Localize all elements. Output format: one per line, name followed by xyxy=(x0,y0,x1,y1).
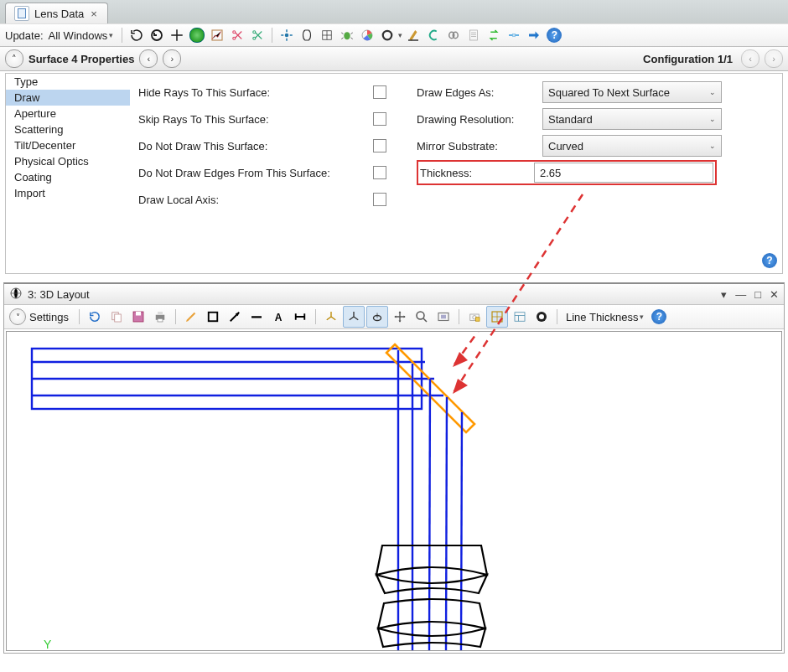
rotate-view-icon[interactable] xyxy=(366,306,388,328)
text-a-icon[interactable]: A xyxy=(268,307,288,327)
layout-toolbar: ˅ Settings A xyxy=(4,305,784,329)
curve-c-icon[interactable] xyxy=(424,26,443,44)
document-lines-icon[interactable] xyxy=(464,26,483,44)
close-icon[interactable]: ✕ xyxy=(770,288,779,301)
thickness-input[interactable]: 2.65 xyxy=(534,163,713,183)
separator xyxy=(122,28,122,43)
sidebar-item-type[interactable]: Type xyxy=(6,74,130,90)
line-icon[interactable] xyxy=(246,307,267,327)
close-icon[interactable]: × xyxy=(89,8,99,20)
separator xyxy=(315,309,316,324)
separator xyxy=(557,309,557,324)
sidebar-item-tilt-decenter[interactable]: Tilt/Decenter xyxy=(6,137,130,153)
layout-config-icon[interactable] xyxy=(510,307,530,327)
separator xyxy=(79,309,80,324)
scissors-alt-icon[interactable] xyxy=(248,26,267,44)
drawing-resolution-dropdown[interactable]: Standard ⌄ xyxy=(542,108,722,130)
refresh-cw-icon[interactable] xyxy=(127,26,146,44)
prev-config-button[interactable]: ‹ xyxy=(741,49,759,68)
print-icon[interactable] xyxy=(150,307,170,327)
tab-lens-data[interactable]: Lens Data × xyxy=(5,3,108,23)
lens-profile-icon[interactable] xyxy=(298,26,316,44)
minimize-icon[interactable]: — xyxy=(735,288,746,301)
crosshair-icon[interactable] xyxy=(168,26,186,44)
dimension-icon[interactable] xyxy=(290,307,310,327)
zoom-icon[interactable] xyxy=(412,307,432,327)
link-icon[interactable] xyxy=(444,26,463,44)
refresh-ccw-bold-icon[interactable] xyxy=(148,26,166,44)
sidebar-item-physical-optics[interactable]: Physical Optics xyxy=(6,153,130,169)
update-dropdown[interactable]: All Windows ▾ xyxy=(49,29,117,42)
swap-icon[interactable] xyxy=(485,26,503,44)
settings-dropdown[interactable]: ˅ Settings xyxy=(9,308,74,325)
window-icon xyxy=(9,287,23,302)
annotation-arrow xyxy=(453,332,560,367)
sidebar-item-coating[interactable]: Coating xyxy=(6,169,130,185)
draw-local-axis-label: Draw Local Axis: xyxy=(138,194,365,206)
fit-screen-icon[interactable] xyxy=(433,307,454,327)
square-icon[interactable] xyxy=(203,307,223,327)
do-not-draw-surface-checkbox[interactable] xyxy=(373,139,386,152)
arrow-right-icon[interactable] xyxy=(525,26,543,44)
skip-rays-label: Skip Rays To This Surface: xyxy=(138,113,365,126)
next-surface-button[interactable]: › xyxy=(163,49,181,68)
axes-3d-icon[interactable] xyxy=(321,307,341,327)
sidebar-item-scattering[interactable]: Scattering xyxy=(6,121,130,137)
svg-text:A: A xyxy=(275,312,283,323)
svg-point-4 xyxy=(253,37,256,39)
help-icon[interactable]: ? xyxy=(649,307,669,327)
sidebar-item-aperture[interactable]: Aperture xyxy=(6,106,130,121)
next-config-button[interactable]: › xyxy=(765,49,783,68)
prev-surface-button[interactable]: ‹ xyxy=(139,49,158,68)
copy-icon[interactable] xyxy=(106,307,127,327)
update-value: All Windows xyxy=(49,29,108,42)
properties-body: Hide Rays To This Surface: Draw Edges As… xyxy=(130,74,782,273)
dropdown-arrow-icon[interactable]: ▾ xyxy=(721,288,727,301)
color-wheel-icon[interactable] xyxy=(358,26,376,44)
help-icon[interactable]: ? xyxy=(545,26,563,44)
save-icon[interactable] xyxy=(128,307,148,327)
chevron-down-icon: ˅ xyxy=(9,308,26,325)
sidebar-item-import[interactable]: Import xyxy=(6,185,130,201)
layout-canvas[interactable]: Y xyxy=(6,331,782,651)
target-dot-icon[interactable] xyxy=(277,26,296,44)
chevron-down-icon[interactable]: ▾ xyxy=(398,31,402,39)
pencil-icon[interactable] xyxy=(181,307,201,327)
update-label: Update: xyxy=(5,29,47,42)
collapse-button[interactable]: ˄ xyxy=(5,49,23,68)
arrow-diag-icon[interactable] xyxy=(225,307,245,327)
help-icon[interactable]: ? xyxy=(762,253,777,268)
skip-rays-checkbox[interactable] xyxy=(373,112,386,126)
merge-arrows-icon[interactable] xyxy=(505,26,523,44)
camera-lock-icon[interactable] xyxy=(464,307,485,327)
line-thickness-dropdown[interactable]: Line Thickness ▾ xyxy=(562,311,647,323)
globe-icon[interactable] xyxy=(188,26,206,44)
hide-rays-checkbox[interactable] xyxy=(373,85,386,99)
grid-square-icon[interactable] xyxy=(318,26,336,44)
scissors-icon[interactable] xyxy=(228,26,246,44)
axes-3d-alt-icon[interactable] xyxy=(343,306,365,328)
configuration-label: Configuration 1/1 xyxy=(643,53,736,65)
y-axis-label: Y xyxy=(44,638,52,650)
lens-element-2 xyxy=(378,599,485,647)
maximize-icon[interactable]: □ xyxy=(754,288,761,301)
chart-icon[interactable] xyxy=(208,26,226,44)
refresh-icon[interactable] xyxy=(85,307,105,327)
draw-local-axis-checkbox[interactable] xyxy=(373,193,386,206)
sidebar-item-draw[interactable]: Draw xyxy=(6,90,130,106)
ring-icon[interactable] xyxy=(378,26,397,44)
marker-icon[interactable] xyxy=(404,26,423,44)
sidebar-item-label: Type xyxy=(14,75,38,88)
mirror-substrate-dropdown[interactable]: Curved ⌄ xyxy=(542,135,722,157)
move-icon[interactable] xyxy=(390,307,410,327)
target-ring-icon[interactable] xyxy=(531,307,552,327)
svg-rect-31 xyxy=(475,318,480,322)
draw-edges-as-dropdown[interactable]: Squared To Next Surface ⌄ xyxy=(542,81,722,103)
bug-icon[interactable] xyxy=(338,26,356,44)
do-not-draw-edges-checkbox[interactable] xyxy=(373,166,386,179)
sidebar-item-label: Import xyxy=(14,187,45,199)
tab-strip: Lens Data × xyxy=(0,0,788,23)
properties-sidebar: Type Draw Aperture Scattering Tilt/Decen… xyxy=(6,74,130,273)
quad-view-icon[interactable] xyxy=(486,306,508,328)
separator xyxy=(272,28,272,43)
